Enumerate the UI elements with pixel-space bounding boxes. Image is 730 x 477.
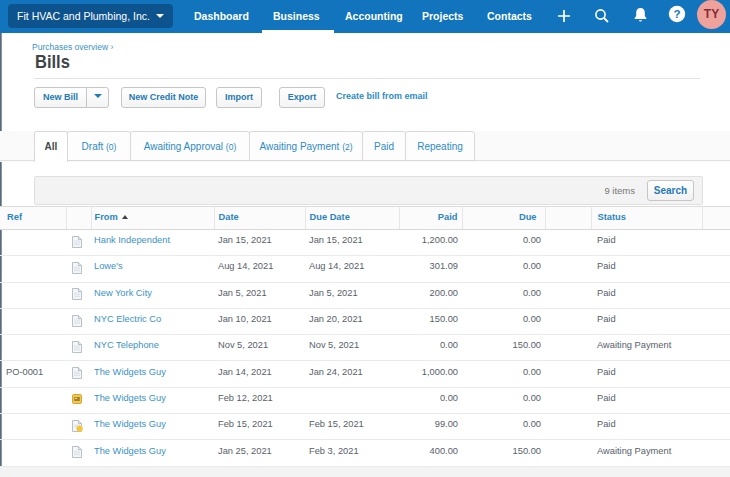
svg-text:?: ? [673,8,680,20]
